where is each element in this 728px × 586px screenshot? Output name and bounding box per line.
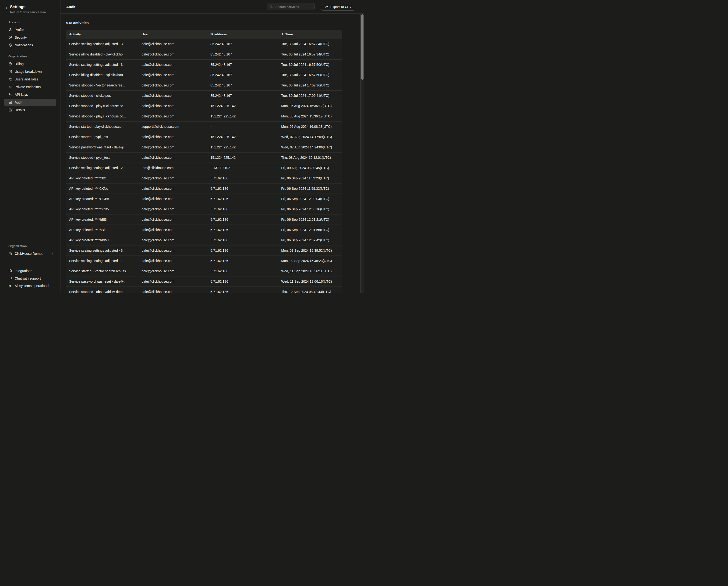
table-row[interactable]: Service idling disabled - play.clickho..…: [66, 49, 342, 59]
cell-ip-address: 85.242.48.167: [208, 70, 278, 80]
table-row[interactable]: API key created: ****bXWT dale@clickhous…: [66, 235, 342, 245]
sidebar-item-system-status[interactable]: All systems operational: [4, 282, 56, 289]
column-header-activity[interactable]: Activity: [66, 30, 139, 39]
table-row[interactable]: API key deleted: ****2KNc dale@clickhous…: [66, 183, 342, 194]
cell-ip-address: 85.242.48.167: [208, 90, 278, 101]
main-content: Audit Export To CSV 918 activities: [60, 0, 364, 293]
sidebar-footer: Integrations Chat with support All syste…: [0, 262, 60, 293]
organization-switcher[interactable]: ClickHouse Demos: [4, 250, 56, 257]
table-row[interactable]: Service scaling settings adjusted - 2...…: [66, 163, 342, 173]
sidebar-item-api-keys[interactable]: API keys: [4, 91, 56, 98]
cell-time: Tue, 30 Jul 2024 17:09:41(UTC): [278, 90, 342, 101]
cell-time: Tue, 30 Jul 2024 16:57:50(UTC): [278, 70, 342, 80]
cell-time: Thu, 12 Sep 2024 08:42:44(UTC): [278, 287, 342, 293]
table-row[interactable]: API key deleted: ****hBl3 dale@clickhous…: [66, 224, 342, 235]
table-row[interactable]: Service password was reset - dale@... da…: [66, 142, 342, 152]
export-to-csv-button[interactable]: Export To CSV: [321, 3, 355, 10]
shield-icon: [8, 35, 12, 40]
cell-time: Wed, 07 Aug 2024 14:24:06(UTC): [278, 142, 342, 152]
cell-time: Tue, 30 Jul 2024 16:57:34(UTC): [278, 39, 342, 49]
sidebar-item-audit[interactable]: Audit: [4, 99, 56, 106]
cell-activity: Service idling disabled - sql.clickhou..…: [66, 70, 139, 80]
building-icon: [8, 108, 12, 112]
cell-time: Tue, 30 Jul 2024 16:57:50(UTC): [278, 59, 342, 70]
cell-ip-address: 5.71.62.186: [208, 235, 278, 245]
table-row[interactable]: API key deleted: ****CbzJ dale@clickhous…: [66, 173, 342, 183]
cell-ip-address: 151.224.225.142: [208, 152, 278, 163]
swap-arrows-icon: [8, 85, 12, 89]
chevron-right-icon: [51, 252, 54, 255]
cell-time: Mon, 09 Sep 2024 15:39:52(UTC): [278, 245, 342, 255]
section-label-organization-footer: Organization: [8, 244, 56, 248]
table-row[interactable]: API key deleted: ****OCB5 dale@clickhous…: [66, 204, 342, 214]
cell-time: Fri, 06 Sep 2024 12:01:21(UTC): [278, 214, 342, 224]
sidebar-item-private-endpoints[interactable]: Private endpoints: [4, 83, 56, 91]
table-row[interactable]: Service stopped - Vector search res... d…: [66, 80, 342, 90]
cell-ip-address: 151.224.225.142: [208, 101, 278, 111]
table-row[interactable]: API key created: ****hBl3 dale@clickhous…: [66, 214, 342, 224]
scrollbar-track[interactable]: [360, 14, 364, 293]
settings-sidebar: Settings Return to your service view Acc…: [0, 0, 60, 293]
scrollbar-thumb[interactable]: [361, 15, 364, 80]
cell-user: dale@clickhouse.com: [139, 287, 208, 293]
cell-activity: Service password was reset - dale@...: [66, 142, 139, 152]
cell-user: dale@clickhouse.com: [139, 224, 208, 235]
section-label-account: Account: [8, 21, 56, 24]
cell-time: Fri, 06 Sep 2024 11:59:28(UTC): [278, 173, 342, 183]
cell-user: dale@clickhouse.com: [139, 111, 208, 121]
table-row[interactable]: API key created: ****OCB5 dale@clickhous…: [66, 194, 342, 204]
sidebar-item-label: Security: [15, 35, 27, 40]
sidebar-item-usage-breakdown[interactable]: Usage breakdown: [4, 68, 56, 75]
sidebar-item-billing[interactable]: Billing: [4, 60, 56, 68]
table-row[interactable]: Service started - Vector search results …: [66, 266, 342, 276]
table-row[interactable]: Service scaling settings adjusted - 3...…: [66, 245, 342, 255]
table-row[interactable]: Service stopped - observability-demo dal…: [66, 287, 342, 293]
sidebar-item-users-and-roles[interactable]: Users and roles: [4, 76, 56, 83]
cell-ip-address: 2.137.10.102: [208, 163, 278, 173]
table-row[interactable]: Service scaling settings adjusted - 3...…: [66, 59, 342, 70]
table-row[interactable]: Service started - pypi_test dale@clickho…: [66, 131, 342, 142]
sidebar-title: Settings: [10, 5, 46, 9]
cell-user: tom@clickhouse.com: [139, 163, 208, 173]
cell-user: dale@clickhouse.com: [139, 80, 208, 90]
cell-activity: Service stopped - Vector search res...: [66, 80, 139, 90]
sidebar-item-notifications[interactable]: Notifications: [4, 42, 56, 49]
search-icon: [270, 5, 273, 8]
cell-time: Wed, 11 Sep 2024 18:06:16(UTC): [278, 276, 342, 287]
cell-user: dale@clickhouse.com: [139, 266, 208, 276]
back-chevron-icon[interactable]: [5, 6, 8, 9]
sidebar-item-label: Audit: [15, 100, 22, 104]
table-row[interactable]: Service stopped - play.clickhouse.co... …: [66, 101, 342, 111]
table-row[interactable]: Service stopped - pypi_test dale@clickho…: [66, 152, 342, 163]
column-header-user[interactable]: User: [139, 30, 208, 39]
cell-user: dale@clickhouse.com: [139, 152, 208, 163]
table-row[interactable]: Service idling disabled - sql.clickhou..…: [66, 70, 342, 80]
sidebar-item-integrations[interactable]: Integrations: [4, 267, 56, 274]
chart-icon: [8, 70, 12, 73]
cell-ip-address: 5.71.62.186: [208, 287, 278, 293]
sidebar-item-details[interactable]: Details: [4, 106, 56, 114]
column-header-time[interactable]: ↓Time: [278, 30, 342, 39]
table-row[interactable]: Service stopped - play.clickhouse.co... …: [66, 111, 342, 121]
table-row[interactable]: Service scaling settings adjusted - 1...…: [66, 255, 342, 266]
table-row[interactable]: Service stopped - clickpipes dale@clickh…: [66, 90, 342, 101]
cell-ip-address: 151.224.225.142: [208, 111, 278, 121]
cell-activity: API key deleted: ****CbzJ: [66, 173, 139, 183]
column-header-ip-address[interactable]: IP address: [208, 30, 278, 39]
user-icon: [8, 28, 12, 32]
sidebar-item-security[interactable]: Security: [4, 34, 56, 41]
search-input[interactable]: [275, 5, 312, 9]
table-row[interactable]: Service scaling settings adjusted - 3...…: [66, 39, 342, 49]
cell-activity: API key deleted: ****hBl3: [66, 224, 139, 235]
search-box: [267, 3, 315, 10]
cell-time: Tue, 30 Jul 2024 16:57:34(UTC): [278, 49, 342, 59]
cell-user: dale@clickhouse.com: [139, 90, 208, 101]
sort-desc-icon: ↓: [281, 32, 284, 36]
sidebar-item-profile[interactable]: Profile: [4, 26, 56, 33]
sidebar-item-chat-with-support[interactable]: Chat with support: [4, 275, 56, 282]
cell-time: Mon, 05 Aug 2024 15:36:19(UTC): [278, 111, 342, 121]
table-row[interactable]: Service password was reset - dale@... da…: [66, 276, 342, 287]
table-row[interactable]: Service started - play.clickhouse.co... …: [66, 121, 342, 131]
cell-ip-address: 5.71.62.186: [208, 245, 278, 255]
cell-user: dale@clickhouse.com: [139, 183, 208, 194]
